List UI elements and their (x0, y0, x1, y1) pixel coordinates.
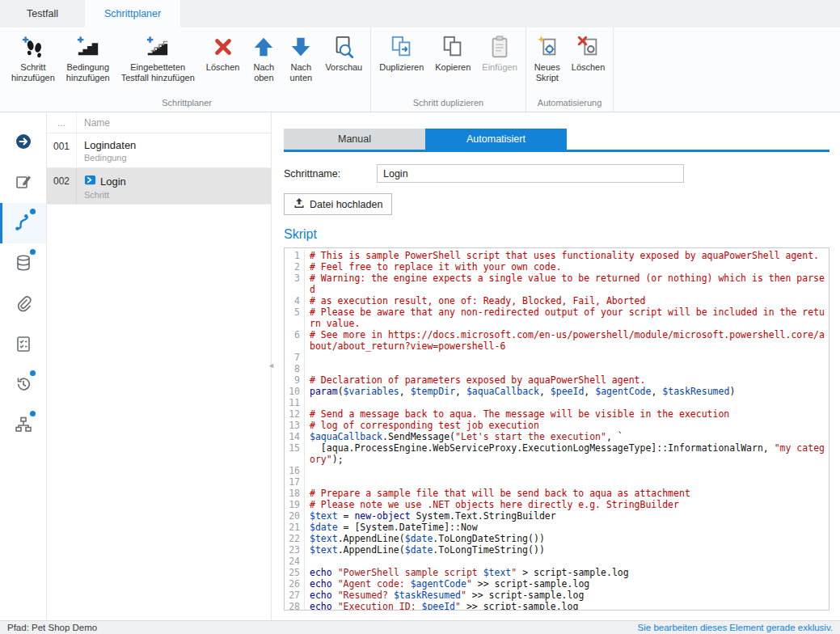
ribbon-button-label: Duplizieren (379, 62, 424, 73)
sidebar-item-edit[interactable] (0, 163, 46, 203)
code-line: 14$aquaCallback.SendMessage("Let's start… (285, 431, 829, 442)
notification-dot (30, 370, 36, 376)
copy-button[interactable]: Kopieren (429, 29, 476, 74)
code-line: 9# Declaration of parameters exposed by … (285, 374, 829, 386)
upload-file-button[interactable]: Datei hochladen (284, 193, 392, 215)
delete-button[interactable]: Löschen (201, 29, 246, 74)
duplicate-icon (390, 33, 414, 61)
new-script-icon (535, 33, 559, 61)
line-number: 3 (285, 273, 305, 295)
status-bar: Pfad: Pet Shop Demo Sie bearbeiten diese… (0, 620, 840, 634)
window-tab-testfall[interactable]: Testfall (0, 0, 85, 27)
add-embedded-testcase-icon (146, 33, 170, 61)
ribbon-button-label: Löschen (206, 62, 240, 73)
line-number: 20 (285, 510, 305, 522)
step-row[interactable]: 002LoginSchritt (47, 168, 271, 205)
line-number: 16 (285, 465, 305, 476)
paste-icon (488, 33, 512, 61)
step-row[interactable]: 001LogindatenBedingung (47, 133, 271, 168)
steps-list: 001LogindatenBedingung002LoginSchritt (47, 133, 271, 205)
code-line: 28echo "Execution ID: $peeId" >> script-… (285, 601, 829, 611)
database-icon (15, 254, 32, 274)
notification-dot (30, 411, 36, 416)
ribbon-button-label: Kopieren (435, 62, 471, 73)
notification-dot (30, 209, 36, 214)
line-number: 28 (285, 601, 305, 611)
code-line: 21$date = [System.DateTime]::Now (285, 522, 829, 533)
ribbon-button-label: Nach unten (290, 62, 313, 83)
steps-panel: ... Name 001LogindatenBedingung002LoginS… (47, 112, 272, 620)
line-number: 26 (285, 578, 305, 590)
window-tab-schrittplaner[interactable]: Schrittplaner (85, 0, 180, 27)
step-number: 002 (47, 168, 77, 204)
ribbon-button-label: Eingebetteten Testfall hinzufügen (121, 62, 195, 83)
add-condition-button[interactable]: Bedingung hinzufügen (61, 29, 116, 85)
ribbon-button-label: Löschen (572, 62, 606, 73)
step-name-row: Schrittname: (284, 164, 829, 183)
move-up-button[interactable]: Nach oben (245, 29, 282, 85)
move-down-button[interactable]: Nach unten (282, 29, 319, 85)
tab-automatisiert[interactable]: Automatisiert (425, 129, 567, 150)
ribbon-button-label: Neues Skript (534, 62, 560, 83)
code-line: 24 (285, 556, 829, 567)
column-header-name: Name (77, 112, 110, 133)
steps-table-header: ... Name (47, 112, 271, 133)
sidebar-item-history[interactable] (0, 365, 46, 405)
duplicate-button[interactable]: Duplizieren (374, 29, 429, 74)
delete-script-icon (576, 33, 601, 61)
code-line: 23$text.AppendLine($date.ToLongTimeStrin… (285, 544, 829, 556)
new-script-button[interactable]: Neues Skript (529, 29, 566, 85)
notification-dot (30, 249, 36, 255)
add-embedded-testcase-button[interactable]: Eingebetteten Testfall hinzufügen (116, 29, 201, 85)
sidebar-item-checklist[interactable] (0, 324, 46, 365)
line-number: 25 (285, 567, 305, 578)
edit-icon (15, 173, 32, 193)
sidebar-item-relations[interactable] (0, 405, 46, 446)
tab-manual[interactable]: Manual (284, 129, 425, 150)
add-step-button[interactable]: Schritt hinzufügen (6, 29, 61, 85)
sidebar-item-data[interactable] (0, 243, 46, 284)
history-icon (15, 375, 32, 395)
sidebar-item-attachments[interactable] (0, 284, 46, 324)
code-line: 1# This is sample PowerShell script that… (285, 250, 829, 261)
line-number: 7 (285, 352, 305, 363)
line-number: 18 (285, 488, 305, 499)
sidebar-item-step-planner[interactable] (0, 203, 46, 243)
ribbon-group-label: Schritt duplizieren (374, 95, 523, 112)
ribbon-button-label: Einfügen (482, 62, 517, 73)
upload-icon (293, 197, 305, 211)
sidebar-item-navigate[interactable] (0, 122, 46, 163)
delete-script-button[interactable]: Löschen (566, 29, 611, 74)
column-header-dots: ... (47, 112, 77, 133)
ribbon-group-label: Schrittplaner (6, 95, 368, 112)
line-number: 2 (285, 261, 305, 273)
line-number: 10 (285, 386, 305, 397)
code-line: 18# Prepare a sample file that will be s… (285, 488, 829, 499)
line-number: 24 (285, 556, 305, 567)
step-name-input[interactable] (377, 164, 684, 183)
line-number: 23 (285, 544, 305, 556)
code-line: 5# Please be aware that any non-redirect… (285, 306, 829, 329)
script-editor[interactable]: 1# This is sample PowerShell script that… (284, 247, 829, 611)
code-line: 17 (285, 476, 829, 488)
status-path: Pfad: Pet Shop Demo (7, 623, 97, 632)
move-down-icon (289, 33, 313, 61)
ribbon-button-label: Nach oben (254, 62, 275, 83)
collapse-panel-handle[interactable]: ◄ (266, 355, 276, 376)
window-tab-bar: TestfallSchrittplaner (0, 0, 840, 27)
status-lock-message: Sie bearbeiten dieses Element gerade exk… (638, 623, 833, 632)
detail-tab-bar: ManualAutomatisiert (284, 129, 829, 150)
code-line: 15 [aqua.ProcessEngine.WebServiceProxy.E… (285, 442, 829, 465)
script-heading: Skript (284, 227, 829, 242)
line-number: 13 (285, 420, 305, 431)
line-number: 5 (285, 306, 305, 329)
ribbon-group: Neues SkriptLöschenAutomatisierung (526, 27, 614, 112)
move-up-icon (251, 33, 276, 61)
preview-button[interactable]: Vorschau (319, 29, 368, 74)
code-line: 19# Please note we use .NET objects here… (285, 499, 829, 510)
automation-script-icon (84, 174, 96, 188)
code-line: 22$text.AppendLine($date.ToLongDateStrin… (285, 533, 829, 544)
route-icon (14, 213, 33, 235)
hierarchy-icon (15, 416, 32, 436)
ribbon-button-label: Schritt hinzufügen (11, 62, 55, 83)
